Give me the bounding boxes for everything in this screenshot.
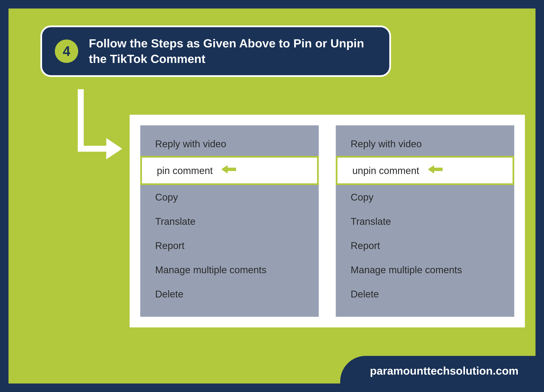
step-number: 4 xyxy=(63,43,70,59)
menu-item-label: Translate xyxy=(351,216,391,227)
menu-item-label: unpin comment xyxy=(352,165,419,176)
menu-item-copy[interactable]: Copy xyxy=(336,185,514,209)
menu-item-unpin-comment[interactable]: unpin comment xyxy=(336,156,514,185)
menu-item-manage-multiple[interactable]: Manage multiple coments xyxy=(336,258,514,282)
menu-item-label: Copy xyxy=(351,192,373,203)
menu-item-label: Translate xyxy=(155,216,195,227)
panels-container: Reply with video pin comment Copy Transl… xyxy=(130,115,525,328)
diagram-canvas: 4 Follow the Steps as Given Above to Pin… xyxy=(8,8,536,384)
menu-item-label: Report xyxy=(351,240,380,251)
step-header: 4 Follow the Steps as Given Above to Pin… xyxy=(40,25,391,77)
menu-item-delete[interactable]: Delete xyxy=(336,282,514,306)
connector-arrow-icon xyxy=(77,89,123,166)
menu-item-label: Manage multiple coments xyxy=(155,264,266,275)
arrow-left-icon xyxy=(428,164,443,177)
menu-item-manage-multiple[interactable]: Manage multiple coments xyxy=(140,258,319,282)
menu-item-label: Manage multiple coments xyxy=(351,264,462,275)
menu-item-translate[interactable]: Translate xyxy=(140,209,319,234)
menu-panel-unpin: Reply with video unpin comment Copy Tran… xyxy=(336,125,514,317)
menu-item-report[interactable]: Report xyxy=(140,234,319,258)
menu-item-label: Copy xyxy=(155,192,178,203)
menu-item-label: Delete xyxy=(351,288,379,300)
menu-item-label: Reply with video xyxy=(351,138,422,149)
menu-item-reply-video[interactable]: Reply with video xyxy=(336,132,514,156)
menu-item-translate[interactable]: Translate xyxy=(336,209,514,234)
menu-item-delete[interactable]: Delete xyxy=(140,282,319,306)
menu-item-label: Report xyxy=(155,240,184,251)
menu-item-label: Reply with video xyxy=(155,138,226,149)
step-title: Follow the Steps as Given Above to Pin o… xyxy=(89,36,377,67)
menu-item-pin-comment[interactable]: pin comment xyxy=(140,156,319,185)
footer-label: paramounttechsolution.com xyxy=(370,365,519,377)
menu-item-report[interactable]: Report xyxy=(336,234,514,258)
menu-item-label: pin comment xyxy=(157,165,213,176)
menu-panel-pin: Reply with video pin comment Copy Transl… xyxy=(140,125,319,317)
arrow-left-icon xyxy=(221,164,236,177)
step-badge: 4 xyxy=(55,40,78,63)
footer-attribution: paramounttechsolution.com xyxy=(340,356,536,384)
menu-item-copy[interactable]: Copy xyxy=(140,185,319,209)
menu-item-label: Delete xyxy=(155,288,183,300)
menu-item-reply-video[interactable]: Reply with video xyxy=(140,132,319,156)
